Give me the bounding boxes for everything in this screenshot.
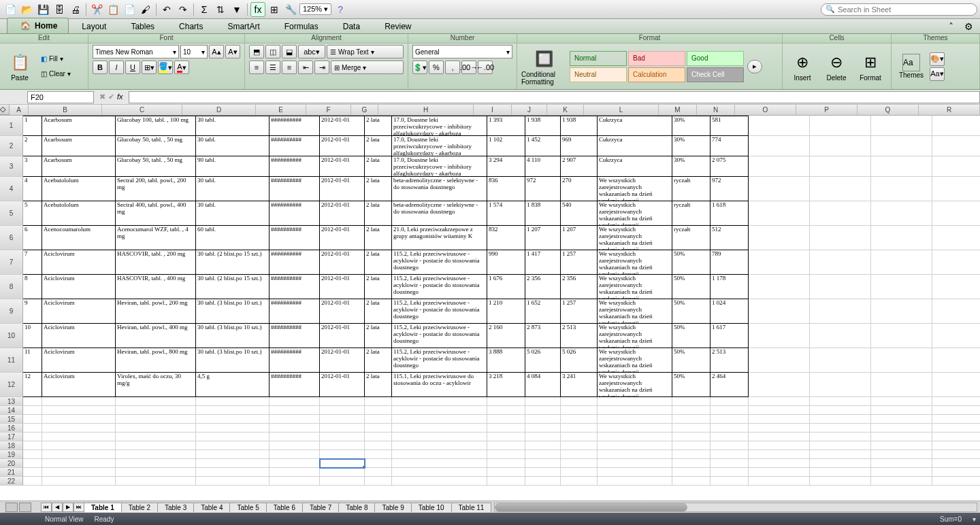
cell[interactable]: [116, 406, 196, 415]
cell[interactable]: [932, 468, 980, 477]
style-bad[interactable]: Bad: [628, 51, 685, 66]
cell[interactable]: 50%: [672, 348, 710, 373]
cell[interactable]: [749, 116, 810, 136]
cell[interactable]: 90 tabl.: [196, 156, 270, 177]
cell[interactable]: 50%: [672, 373, 710, 397]
row-header[interactable]: 13: [0, 397, 23, 406]
cell[interactable]: [598, 424, 672, 433]
cell[interactable]: [749, 324, 810, 348]
cell[interactable]: [270, 441, 320, 450]
cell[interactable]: [710, 397, 749, 406]
cell[interactable]: [871, 116, 932, 136]
toolbox-icon[interactable]: 🔧: [283, 2, 298, 17]
cell[interactable]: ##########: [270, 348, 320, 373]
cell[interactable]: [871, 275, 932, 299]
cell[interactable]: [749, 201, 810, 226]
cell[interactable]: 115.1, Leki przeciwwirusowe do stosowani…: [392, 373, 487, 397]
cell[interactable]: [196, 468, 270, 477]
cell[interactable]: 2012-01-01: [320, 299, 365, 324]
cell[interactable]: Acenocoumarolum: [42, 226, 116, 250]
cell[interactable]: 1 617: [710, 324, 749, 348]
cell[interactable]: [487, 459, 525, 468]
cell[interactable]: [932, 450, 980, 459]
cell[interactable]: [525, 397, 561, 406]
cell[interactable]: [365, 468, 392, 477]
cell[interactable]: [749, 477, 810, 486]
status-dropdown-icon[interactable]: ▾: [973, 515, 976, 523]
cell[interactable]: 115.2, Leki przeciwwirusowe - acyklowir …: [392, 299, 487, 324]
cell[interactable]: [749, 156, 810, 177]
cell[interactable]: ##########: [270, 177, 320, 201]
cell[interactable]: [598, 450, 672, 459]
cell[interactable]: [810, 433, 871, 441]
cell[interactable]: [320, 450, 365, 459]
border-button[interactable]: ⊞▾: [142, 61, 157, 74]
cell[interactable]: ##########: [270, 275, 320, 299]
cell[interactable]: 540: [561, 201, 598, 226]
filter-icon[interactable]: ▼: [229, 2, 244, 17]
cell[interactable]: Cukrzyca: [598, 136, 672, 156]
cell[interactable]: [525, 433, 561, 441]
cell[interactable]: [487, 441, 525, 450]
cell[interactable]: Acarbosum: [42, 136, 116, 156]
cell[interactable]: [749, 406, 810, 415]
sheet-prev-button[interactable]: ◀: [52, 503, 63, 512]
number-format-combo[interactable]: General▾: [412, 45, 512, 58]
tab-smartart[interactable]: SmartArt: [216, 19, 271, 33]
cell[interactable]: 3 241: [561, 373, 598, 397]
cell[interactable]: [871, 348, 932, 373]
cell[interactable]: [749, 275, 810, 299]
cell[interactable]: 115.2, Leki przeciwwirusowe - acyklowir …: [392, 275, 487, 299]
cell[interactable]: [561, 415, 598, 424]
grow-font-button[interactable]: A▴: [209, 45, 224, 58]
grid-rows[interactable]: 11AcarbosumGlucobay 100, tabl. , 100 mg3…: [0, 116, 980, 501]
cell[interactable]: [810, 116, 871, 136]
cell[interactable]: [392, 450, 487, 459]
cell[interactable]: [749, 177, 810, 201]
cell[interactable]: 2 lata: [365, 373, 392, 397]
cell[interactable]: [270, 450, 320, 459]
cell[interactable]: 1 207: [561, 226, 598, 250]
cell[interactable]: [672, 441, 710, 450]
cell[interactable]: [561, 450, 598, 459]
cell[interactable]: [932, 433, 980, 441]
cell[interactable]: 2 464: [710, 373, 749, 397]
cell[interactable]: [810, 299, 871, 324]
cell[interactable]: [672, 397, 710, 406]
cell[interactable]: 60 tabl.: [196, 226, 270, 250]
cell[interactable]: [871, 406, 932, 415]
cell[interactable]: [23, 477, 42, 486]
insert-button[interactable]: ⊕Insert: [787, 46, 818, 87]
cell[interactable]: 4 110: [525, 156, 561, 177]
cell[interactable]: 4,5 g: [196, 373, 270, 397]
cell[interactable]: 30 tabl.: [196, 177, 270, 201]
comma-button[interactable]: ,: [445, 61, 460, 74]
cell[interactable]: [320, 397, 365, 406]
cell[interactable]: 10: [23, 324, 42, 348]
cell[interactable]: 30 tabl.: [196, 136, 270, 156]
cell[interactable]: Aciclovirum: [42, 373, 116, 397]
sheet-tab[interactable]: Table 4: [193, 503, 230, 512]
cell[interactable]: [932, 250, 980, 275]
cell[interactable]: ##########: [270, 324, 320, 348]
cell[interactable]: [749, 348, 810, 373]
cell[interactable]: [116, 477, 196, 486]
cell[interactable]: 11: [23, 348, 42, 373]
cell[interactable]: [196, 424, 270, 433]
cell[interactable]: [320, 424, 365, 433]
cell[interactable]: [932, 136, 980, 156]
cell[interactable]: [525, 441, 561, 450]
cell[interactable]: [42, 433, 116, 441]
cell[interactable]: [23, 424, 42, 433]
cell[interactable]: Heviran, tabl. powl., 400 mg: [116, 324, 196, 348]
sheet-next-button[interactable]: ▶: [63, 503, 74, 512]
cell[interactable]: [598, 433, 672, 441]
cell[interactable]: 4: [23, 177, 42, 201]
cell[interactable]: 581: [710, 116, 749, 136]
cell[interactable]: ##########: [270, 299, 320, 324]
cell[interactable]: Glucobay 100, tabl. , 100 mg: [116, 116, 196, 136]
cell[interactable]: 30%: [672, 136, 710, 156]
sheet-tab[interactable]: Table 9: [374, 503, 411, 512]
cell[interactable]: [23, 468, 42, 477]
tab-home[interactable]: 🏠Home: [7, 18, 69, 33]
